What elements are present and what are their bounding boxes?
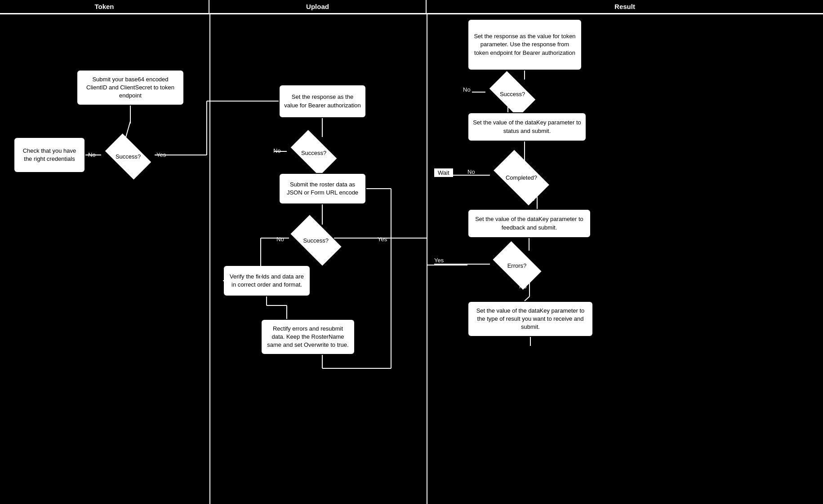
box-check-credentials: Check that you have the right credential… <box>13 137 85 173</box>
box-set-datakey-feedback: Set the value of the dataKey parameter t… <box>467 209 591 238</box>
label-no-completed: No <box>467 168 475 175</box>
box-set-token-result: Set the response as the value for token … <box>467 19 582 71</box>
header-upload: Upload <box>209 0 427 13</box>
label-yes-upload2: Yes <box>378 236 387 243</box>
label-no-token: No <box>88 151 96 158</box>
svg-line-36 <box>525 296 529 301</box>
box-rectify-errors: Rectify errors and resubmit data. Keep t… <box>261 319 355 355</box>
header-result: Result <box>427 0 823 13</box>
divider-2 <box>427 14 427 504</box>
box-verify-fields: Verify the fields and data are in correc… <box>223 265 311 296</box>
label-yes-completed: Yes <box>525 195 534 202</box>
divider-1 <box>209 14 210 504</box>
box-submit-base64: Submit your base64 encoded ClientID and … <box>76 70 184 106</box>
diamond-success-upload2: Success? <box>289 225 343 256</box>
box-set-datakey-result: Set the value of the dataKey parameter t… <box>467 301 593 337</box>
label-yes-token: Yes <box>156 151 166 158</box>
label-yes-errors: Yes <box>434 257 444 264</box>
header-result-label: Result <box>614 3 635 10</box>
box-submit-roster: Submit the roster data as JSON or Form U… <box>279 173 366 204</box>
diamond-errors: Errors? <box>490 251 544 280</box>
label-no-upload2: No <box>276 236 284 243</box>
header-upload-label: Upload <box>306 3 329 10</box>
label-no-upload1: No <box>273 147 281 154</box>
diamond-completed: Completed? <box>490 161 553 195</box>
label-no-errors: No <box>519 283 527 290</box>
header-token-label: Token <box>94 3 114 10</box>
diamond-success-result: Success? <box>485 80 539 109</box>
label-wait: Wait <box>434 168 453 177</box>
diamond-success-upload1: Success? <box>287 137 341 168</box>
label-yes-upload1: Yes <box>317 163 327 169</box>
header-token: Token <box>0 0 209 13</box>
diagram-container: Token Upload Result Submit your base64 e… <box>0 0 823 504</box>
diamond-success-token: Success? <box>101 141 155 172</box>
label-no-result-success: No <box>463 86 471 93</box>
box-set-datakey-status: Set the value of the dataKey parameter t… <box>467 112 587 141</box>
box-set-bearer-upload: Set the response as the value for Bearer… <box>279 84 366 118</box>
header: Token Upload Result <box>0 0 823 14</box>
